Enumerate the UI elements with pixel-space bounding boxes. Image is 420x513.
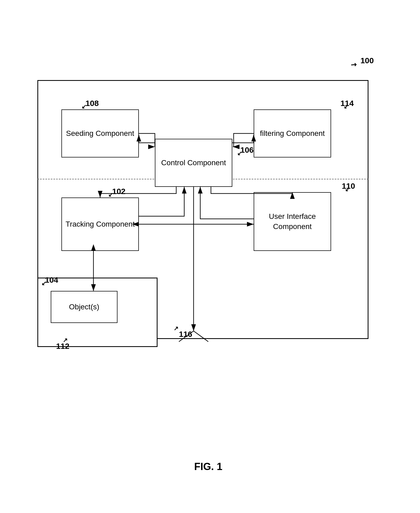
arrow-116-icon: ↗ — [174, 325, 178, 332]
fig-caption: FIG. 1 — [194, 461, 222, 472]
ref-116: 116 — [179, 330, 192, 339]
control-label: Control Component — [161, 158, 226, 168]
control-component-box: Control Component — [155, 139, 232, 187]
ui-label: User Interface Component — [257, 211, 328, 232]
arrow-108-icon: ↙ — [81, 103, 86, 110]
ref-100: 100 — [360, 56, 374, 65]
ui-component-box: User Interface Component — [254, 192, 331, 251]
arrow-110-icon: ↙ — [345, 186, 350, 193]
seeding-label: Seeding Component — [66, 128, 134, 139]
ref-108: 108 — [85, 99, 99, 108]
arrow-106-icon: ↙ — [237, 150, 242, 157]
objects-label: Object(s) — [69, 303, 99, 311]
tracking-component-box: Tracking Component — [61, 198, 139, 251]
diagram-container: 100 ↙ Seeding Component 108 ↙ filtering … — [21, 48, 395, 488]
arrow-100-icon: ↙ — [349, 60, 359, 70]
arrow-104-icon: ↙ — [41, 280, 46, 287]
filtering-label: filtering Component — [260, 128, 325, 139]
objects-component-box: Object(s) — [51, 291, 117, 323]
ref-106: 106 — [240, 145, 254, 155]
filtering-component-box: filtering Component — [254, 109, 331, 157]
seeding-component-box: Seeding Component — [61, 109, 139, 157]
arrow-102-icon: ↙ — [108, 191, 113, 198]
arrow-114-icon: ↙ — [344, 103, 348, 110]
tracking-label: Tracking Component — [66, 219, 135, 229]
arrow-112-icon: ↗ — [63, 337, 68, 344]
ref-102: 102 — [112, 187, 125, 196]
ref-104: 104 — [45, 275, 58, 285]
